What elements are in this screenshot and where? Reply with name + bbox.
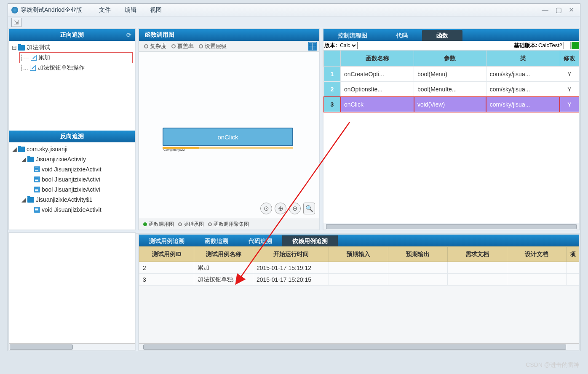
- tcol-time[interactable]: 开始运行时间: [253, 247, 329, 262]
- expand-icon[interactable]: [308, 42, 317, 51]
- trace-tabs: 测试用例追溯 函数追溯 代码追溯 依赖用例追溯: [139, 235, 579, 246]
- tcol-name[interactable]: 测试用例名称: [194, 247, 253, 262]
- tree-method[interactable]: void JisuanjizixieActivit: [34, 164, 132, 174]
- tab-testcase-trace[interactable]: 测试用例追溯: [139, 235, 195, 246]
- trace-panel: 测试用例追溯 函数追溯 代码追溯 依赖用例追溯 测试用例ID 测试用例名称 开始…: [138, 234, 580, 351]
- forward-trace-header: 正向追溯 ⟳: [9, 29, 135, 41]
- tab-inheritance[interactable]: 类继承图: [178, 221, 204, 228]
- trace-row[interactable]: 2累加2015-01-17 15:19:12: [139, 262, 579, 274]
- tab-function[interactable]: 函数: [422, 30, 462, 41]
- upper-row: 正向追溯 ⟳ ⊟ 加法测试 ┆--- 累加 ┆... 加法按: [8, 28, 580, 230]
- tcol-expin[interactable]: 预期输入: [329, 247, 388, 262]
- tree-item-selected[interactable]: ┆--- 累加: [20, 53, 132, 63]
- middle-column: 函数调用图 复杂度 覆盖率 设置层级 onClick Complexity:22…: [138, 28, 320, 230]
- edit-icon: [31, 55, 37, 61]
- zoom-in-icon[interactable]: ⊕: [275, 203, 286, 214]
- folder-icon: [27, 157, 34, 162]
- call-graph-subtabs: 复杂度 覆盖率 设置层级: [139, 41, 319, 52]
- version-label: 版本:: [323, 42, 338, 49]
- doc-icon: [34, 187, 40, 192]
- edit-icon: [30, 65, 36, 71]
- tree-item[interactable]: ┆... 加法按钮单独操作: [20, 63, 132, 73]
- tcol-reqdoc[interactable]: 需求文档: [448, 247, 507, 262]
- titlebar: 穿线测试Andriod企业版 文件 编辑 视图 — ▢ ✕: [8, 4, 580, 16]
- col-param[interactable]: 参数: [414, 51, 486, 67]
- doc-icon: [34, 176, 40, 182]
- forward-tree[interactable]: ⊟ 加法测试 ┆--- 累加 ┆... 加法按钮单独操作: [9, 41, 135, 128]
- subtab-complexity[interactable]: 复杂度: [144, 43, 166, 50]
- base-version-label: 基础版本:: [513, 42, 538, 49]
- main-menu: 文件 编辑 视图: [99, 6, 174, 14]
- call-graph-header: 函数调用图: [139, 29, 319, 41]
- trace-grid: 测试用例ID 测试用例名称 开始运行时间 预期输入 预期输出 需求文档 设计文档…: [139, 246, 579, 286]
- doc-icon: [34, 166, 40, 172]
- tree-root[interactable]: ⊟ 加法测试: [11, 43, 132, 53]
- tcol-more[interactable]: 项: [567, 247, 579, 262]
- toolbar-btn[interactable]: ⇲: [11, 18, 21, 27]
- tab-flowchart[interactable]: 控制流程图: [323, 30, 382, 41]
- table-row-selected[interactable]: 3 onClickvoid(View) com/sky/jisua...Y: [324, 97, 579, 112]
- left-column: 正向追溯 ⟳ ⊟ 加法测试 ┆--- 累加 ┆... 加法按: [8, 28, 136, 230]
- left-hscroll[interactable]: [9, 343, 135, 350]
- tree-class[interactable]: ◢ JisuanjizixieActivity$1: [21, 195, 132, 205]
- col-mod[interactable]: 修改: [560, 51, 579, 67]
- tab-code-trace[interactable]: 代码追溯: [238, 235, 282, 246]
- app-icon: [11, 7, 18, 13]
- swatch-green[interactable]: [572, 42, 579, 49]
- watermark: CSDN @进击的雷神: [526, 361, 580, 369]
- toolbar: ⇲: [8, 16, 580, 28]
- reload-icon[interactable]: ⟳: [126, 32, 131, 38]
- table-row[interactable]: 1 onCreateOpti...bool(Menu) com/sky/jisu…: [324, 67, 579, 82]
- right-tabs: 控制流程图 代码 函数: [323, 29, 579, 41]
- tree-method[interactable]: bool JisuanjizixieActivi: [34, 174, 132, 184]
- search-icon[interactable]: 🔍: [303, 203, 315, 214]
- tab-callgraph[interactable]: 函数调用图: [143, 221, 174, 228]
- function-grid-wrap[interactable]: 函数名称 参数 类 修改 1 onCreateOpti...bool(Menu)…: [323, 50, 579, 223]
- graph-node-onclick[interactable]: onClick: [163, 128, 293, 146]
- folder-icon: [18, 45, 25, 51]
- tcol-designdoc[interactable]: 设计文档: [507, 247, 567, 262]
- app-window: 穿线测试Andriod企业版 文件 编辑 视图 — ▢ ✕ ⇲ 正向追溯 ⟳ ⊟: [8, 3, 580, 351]
- tree-class[interactable]: ◢ JisuanjizixieActivity: [21, 154, 132, 164]
- folder-icon: [27, 197, 34, 203]
- trace-row[interactable]: 3加法按钮单独...2015-01-17 15:20:15: [139, 274, 579, 286]
- call-graph-canvas[interactable]: onClick Complexity:22 ⊙ ⊕ ⊖ 🔍: [139, 52, 319, 219]
- table-row[interactable]: 2 onOptionsIte...bool(MenuIte... com/sky…: [324, 82, 579, 97]
- tree-method[interactable]: bool JisuanjizixieActivi: [34, 184, 132, 195]
- doc-icon: [34, 207, 40, 213]
- mid-bottom-tabs: 函数调用图 类继承图 函数调用聚集图: [139, 219, 319, 230]
- version-select[interactable]: Calc: [338, 42, 358, 49]
- menu-file[interactable]: 文件: [99, 6, 111, 13]
- tree-method[interactable]: void JisuanjizixieActivit: [34, 205, 132, 215]
- version-row: 版本: Calc 基础版本: CalcTest2: [323, 41, 579, 50]
- zoom-out-icon[interactable]: ⊖: [289, 203, 301, 214]
- col-rownum: [324, 51, 341, 67]
- tcol-expout[interactable]: 预期输出: [388, 247, 448, 262]
- menu-view[interactable]: 视图: [150, 6, 162, 13]
- left-lower-blank: [8, 232, 136, 351]
- tab-func-trace[interactable]: 函数追溯: [195, 235, 238, 246]
- zoom-fit-icon[interactable]: ⊙: [260, 203, 272, 214]
- tcol-id[interactable]: 测试用例ID: [139, 247, 194, 262]
- complexity-label: Complexity:22: [163, 148, 185, 152]
- window-controls[interactable]: — ▢ ✕: [542, 6, 577, 14]
- zoom-controls: ⊙ ⊕ ⊖ 🔍: [260, 203, 315, 214]
- trace-hscroll[interactable]: [139, 343, 579, 350]
- content: 正向追溯 ⟳ ⊟ 加法测试 ┆--- 累加 ┆... 加法按: [8, 28, 580, 351]
- hscroll[interactable]: [323, 223, 579, 230]
- col-class[interactable]: 类: [486, 51, 560, 67]
- tree-root[interactable]: ◢ com.sky.jisuanji: [11, 144, 132, 154]
- reverse-trace-header: 反向追溯: [9, 131, 135, 142]
- menu-edit[interactable]: 编辑: [125, 6, 136, 13]
- folder-icon: [18, 147, 25, 152]
- reverse-tree[interactable]: ◢ com.sky.jisuanji ◢ JisuanjizixieActivi…: [9, 142, 135, 230]
- tab-dep-trace[interactable]: 依赖用例追溯: [282, 235, 338, 246]
- subtab-coverage[interactable]: 覆盖率: [171, 43, 194, 50]
- subtab-level[interactable]: 设置层级: [199, 43, 227, 50]
- function-grid: 函数名称 参数 类 修改 1 onCreateOpti...bool(Menu)…: [323, 50, 579, 112]
- tab-code[interactable]: 代码: [382, 30, 422, 41]
- tab-cluster[interactable]: 函数调用聚集图: [208, 221, 249, 228]
- base-version-value: CalcTest2: [538, 42, 562, 48]
- swatch-white[interactable]: [563, 42, 571, 49]
- col-name[interactable]: 函数名称: [341, 51, 414, 67]
